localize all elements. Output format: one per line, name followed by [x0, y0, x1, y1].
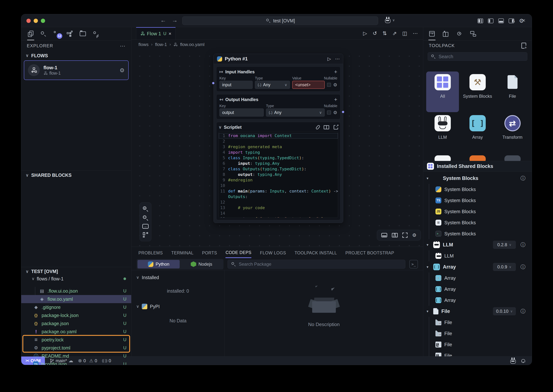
file-row[interactable]: pyproject.toml U [21, 344, 131, 352]
toolbar-icon[interactable] [363, 30, 367, 36]
installed-group[interactable]: ∨ Installed [131, 273, 225, 282]
toolbar-icon[interactable] [413, 30, 418, 36]
collapse-panel-icon[interactable] [512, 17, 516, 24]
toolpack-card[interactable]: LLM [426, 112, 459, 153]
add-input-handle-icon[interactable]: + [334, 69, 337, 75]
bottom-panel-tab[interactable]: TERMINAL [171, 248, 193, 258]
file-row[interactable]: .flow.ui.oo.json U [21, 287, 131, 295]
maximize-window-button[interactable] [41, 19, 45, 23]
canvas-control-icon[interactable] [142, 224, 149, 229]
input-connector-dot[interactable] [212, 82, 215, 85]
docs-icon[interactable] [324, 125, 329, 129]
code-line[interactable]: 10 [219, 183, 338, 189]
code-line[interactable]: 13 # your code [219, 205, 338, 210]
info-icon[interactable]: ⓘ [520, 241, 525, 248]
language-toggle-button[interactable]: Nodejs [180, 260, 223, 268]
chevron-down-icon[interactable]: ∨ [219, 125, 222, 130]
right-panel-tab[interactable] [470, 27, 476, 40]
version-select[interactable]: 0.0.10 ∨ [493, 307, 516, 315]
node-more-icon[interactable] [335, 56, 340, 62]
toolbar-icon[interactable] [392, 30, 397, 36]
shared-block-item[interactable]: Array [429, 284, 532, 295]
file-row[interactable]: flow.oo.yaml U [21, 295, 131, 303]
pypi-group[interactable]: ∨ PyPI [131, 302, 225, 311]
code-line[interactable]: 3 #region generated meta [219, 144, 338, 150]
new-toolpack-icon[interactable] [521, 43, 526, 49]
shared-block-group-row[interactable]: ▾ Array 0.0.9 ∨ ⓘ [423, 261, 532, 273]
add-output-handle-icon[interactable]: + [334, 96, 337, 103]
toolbar-icon[interactable] [383, 30, 387, 36]
file-row[interactable]: package.json U [21, 319, 131, 328]
bottom-panel-tab[interactable]: PROJECT BOOTSTRAP [345, 248, 394, 258]
file-row[interactable]: .gitignore U [21, 303, 131, 311]
version-select[interactable]: 0.0.9 ∨ [493, 263, 516, 271]
editor-tab-flow-1[interactable]: Flow 1 U × [136, 27, 176, 40]
canvas-control-icon[interactable] [142, 215, 149, 221]
info-icon[interactable]: ⓘ [520, 308, 525, 315]
code-line[interactable]: 11 def main(params: Inputs, context: Con… [219, 189, 338, 194]
code-line[interactable]: 12 [219, 200, 338, 205]
flow-canvas[interactable]: Python #1 Input Handles + [131, 49, 423, 247]
nullable-checkbox[interactable] [327, 111, 331, 114]
right-panel-tab[interactable] [443, 27, 448, 40]
shared-block-item[interactable]: Array [429, 295, 532, 306]
bell-icon[interactable] [521, 359, 525, 362]
terminal-button[interactable] [409, 260, 418, 268]
node-header[interactable]: Python #1 [214, 54, 343, 64]
more-icon[interactable] [120, 43, 126, 49]
forward-icon[interactable]: → [172, 17, 178, 24]
code-line[interactable]: 7 class Outputs(typing.TypedDict): [219, 166, 338, 172]
rabbit-icon[interactable] [510, 359, 516, 364]
right-panel-tab[interactable] [429, 27, 435, 40]
shared-block-item[interactable]: System Blocks [429, 184, 532, 195]
minimize-window-button[interactable] [34, 19, 38, 23]
shared-block-item[interactable]: Array [429, 273, 532, 284]
activity-bar-item[interactable] [41, 27, 46, 40]
info-icon[interactable]: ⓘ [520, 175, 525, 182]
breadcrumb-flow-1[interactable]: flow-1 [155, 42, 167, 47]
file-row[interactable]: package.oo.yaml U [21, 328, 131, 336]
attach-icon[interactable] [315, 125, 320, 130]
shared-block-item[interactable]: File [429, 350, 532, 356]
code-line[interactable]: Outputs: [219, 194, 338, 200]
toolpack-card[interactable]: All [426, 71, 459, 112]
run-node-icon[interactable] [327, 56, 331, 62]
open-external-icon[interactable] [334, 125, 338, 129]
flow-card[interactable]: flow-1 flow-1 [24, 60, 129, 80]
language-toggle-button[interactable]: Python [137, 260, 180, 268]
code-line[interactable]: 4 import typing [219, 150, 338, 155]
code-line[interactable]: 9 #endregion [219, 177, 338, 183]
toolbar-icon[interactable] [373, 30, 377, 36]
toolpack-card[interactable]: Array [461, 112, 494, 153]
code-line[interactable]: 8 output: typing.Any [219, 172, 338, 177]
input-key-field[interactable]: input [219, 81, 253, 89]
version-select[interactable]: 0.2.8 ∨ [493, 241, 516, 249]
bottom-panel-tab[interactable]: CODE DEPS [226, 247, 251, 258]
canvas-control-icon[interactable] [392, 233, 398, 237]
assistant-menu[interactable]: ∨ [385, 17, 395, 23]
file-row[interactable]: tsconfig.json U [21, 360, 131, 365]
output-connector-dot[interactable] [341, 110, 345, 114]
code-line[interactable]: 6 input: typing.Any [219, 161, 338, 166]
code-line[interactable]: 15 return { "output": "output_value" } [219, 216, 338, 218]
window-controls[interactable] [26, 19, 45, 23]
canvas-control-icon[interactable] [381, 233, 387, 237]
breadcrumb-file[interactable]: flow.oo.yaml [180, 42, 205, 47]
shared-block-item[interactable]: File [429, 317, 532, 328]
panel-bottom-icon[interactable] [498, 19, 504, 23]
activity-bar-item[interactable]: 12 [53, 27, 59, 40]
toolbar-icon[interactable] [402, 30, 407, 36]
chevron-down-icon[interactable]: ∨ [26, 173, 29, 178]
activity-bar-item[interactable] [28, 27, 34, 40]
code-line[interactable]: 1 from oocana import Context [219, 133, 338, 139]
toolpack-search-input[interactable]: Search [428, 52, 527, 61]
canvas-control-icon[interactable] [142, 206, 149, 212]
command-search-input[interactable]: test [OVM] [182, 16, 378, 25]
shared-block-item[interactable]: System Blocks [429, 195, 532, 206]
search-package-input[interactable]: Search Package [227, 260, 405, 269]
file-row[interactable]: package-lock.json U [21, 311, 131, 319]
bottom-panel-tab[interactable]: PROBLEMS [138, 248, 163, 258]
shared-block-item[interactable]: File [429, 328, 532, 339]
panel-left-icon[interactable] [488, 19, 494, 23]
shared-block-group-row[interactable]: ▾ System Blocks ∨ ⓘ [423, 173, 532, 184]
